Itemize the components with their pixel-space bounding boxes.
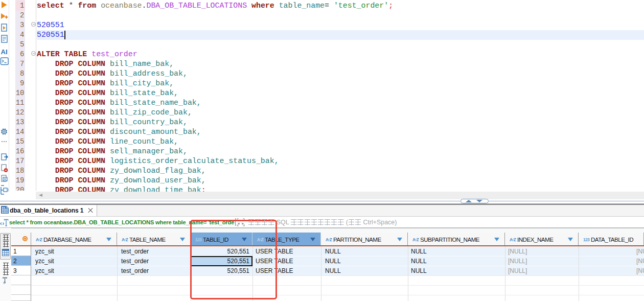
- svg-text:AI: AI: [1, 48, 8, 56]
